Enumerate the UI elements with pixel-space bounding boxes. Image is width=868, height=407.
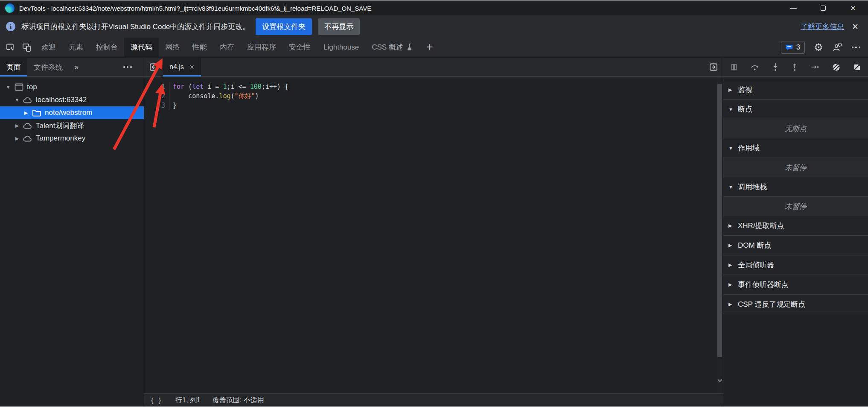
tab-memory[interactable]: 内存 bbox=[213, 38, 241, 57]
hide-navigator-icon[interactable] bbox=[144, 58, 163, 76]
scrollbar-thumb[interactable] bbox=[717, 84, 722, 357]
tab-elements[interactable]: 元素 bbox=[62, 38, 90, 57]
sidebar-tab-bar: 页面 文件系统 » bbox=[0, 58, 144, 77]
line-number: 1 bbox=[144, 82, 169, 91]
pause-on-exceptions-icon[interactable] bbox=[853, 63, 861, 71]
minimize-button[interactable]: — bbox=[778, 1, 808, 15]
chevron-expanded-icon: ▼ bbox=[728, 107, 738, 112]
sidebar-tab-overflow-icon[interactable]: » bbox=[69, 63, 84, 72]
tree-item-talent[interactable]: ▶ Talent划词翻译 bbox=[0, 119, 144, 132]
step-over-icon[interactable] bbox=[751, 63, 759, 71]
section-label: 全局侦听器 bbox=[738, 260, 774, 270]
tab-application[interactable]: 应用程序 bbox=[241, 38, 283, 57]
info-icon: i bbox=[6, 22, 15, 31]
chevron-expanded-icon: ▼ bbox=[728, 146, 738, 151]
chevron-collapsed-icon[interactable]: ▶ bbox=[12, 123, 22, 129]
chevron-collapsed-icon[interactable]: ▶ bbox=[21, 110, 31, 116]
tree-item-localhost[interactable]: ▼ localhost:63342 bbox=[0, 94, 144, 106]
maximize-button[interactable] bbox=[808, 1, 838, 15]
chevron-expanded-icon: ▼ bbox=[728, 184, 738, 190]
experiment-flask-icon bbox=[407, 44, 413, 51]
scroll-down-icon[interactable] bbox=[717, 379, 723, 382]
tab-security[interactable]: 安全性 bbox=[283, 38, 317, 57]
chevron-collapsed-icon: ▶ bbox=[728, 223, 738, 228]
line-number: 3 bbox=[144, 101, 169, 110]
source-code[interactable]: 1for (let i = 1;i <= 100;i++) { 2 consol… bbox=[144, 77, 717, 393]
inspect-element-icon[interactable] bbox=[3, 38, 19, 57]
sidebar-more-options-icon[interactable] bbox=[118, 66, 137, 68]
chevron-collapsed-icon[interactable]: ▶ bbox=[12, 136, 22, 141]
toggle-debugger-sidebar-icon[interactable] bbox=[704, 58, 723, 76]
window-title: DevTools - localhost:63342/note/webstrom… bbox=[19, 5, 778, 12]
tree-item-label: Talent划词翻译 bbox=[36, 121, 84, 131]
feedback-icon[interactable] bbox=[828, 38, 847, 57]
section-csp-violation-breakpoints[interactable]: ▶ CSP 违反了规定断点 bbox=[723, 295, 868, 314]
breakpoints-empty-text: 无断点 bbox=[723, 119, 868, 138]
tab-network[interactable]: 网络 bbox=[159, 38, 186, 57]
device-toolbar-icon[interactable] bbox=[19, 38, 35, 57]
pause-script-icon[interactable] bbox=[730, 63, 738, 71]
code-area[interactable]: 1for (let i = 1;i <= 100;i++) { 2 consol… bbox=[144, 77, 723, 393]
code-line-2: 2 console.log("你好") bbox=[144, 91, 717, 101]
section-event-listener-breakpoints[interactable]: ▶ 事件侦听器断点 bbox=[723, 275, 868, 295]
section-watch[interactable]: ▶ 监视 bbox=[723, 80, 868, 100]
tab-css-overview[interactable]: CSS 概述 bbox=[365, 38, 419, 57]
edge-logo-icon bbox=[5, 3, 15, 13]
tab-welcome[interactable]: 欢迎 bbox=[35, 38, 62, 57]
section-breakpoints[interactable]: ▼ 断点 bbox=[723, 100, 868, 119]
close-tab-icon[interactable]: ✕ bbox=[189, 64, 195, 70]
editor-scrollbar[interactable] bbox=[717, 77, 723, 393]
tab-lighthouse[interactable]: Lighthouse bbox=[317, 38, 365, 57]
editor-tab-n4js[interactable]: n4.js ✕ bbox=[163, 58, 201, 76]
step-icon[interactable] bbox=[811, 64, 819, 70]
step-out-icon[interactable] bbox=[791, 63, 798, 71]
section-scope[interactable]: ▼ 作用域 bbox=[723, 138, 868, 158]
section-xhr-breakpoints[interactable]: ▶ XHR/提取断点 bbox=[723, 216, 868, 236]
more-tabs-button[interactable]: + bbox=[419, 38, 440, 57]
tree-item-label: top bbox=[27, 83, 37, 91]
tree-item-note-webstrom[interactable]: ▶ note/webstrom bbox=[0, 106, 144, 119]
step-into-icon[interactable] bbox=[772, 63, 779, 71]
section-global-listeners[interactable]: ▶ 全局侦听器 bbox=[723, 255, 868, 275]
cloud-icon bbox=[23, 122, 33, 129]
settings-gear-icon[interactable]: ⚙ bbox=[809, 38, 828, 57]
tab-performance[interactable]: 性能 bbox=[186, 38, 213, 57]
chevron-expanded-icon[interactable]: ▼ bbox=[12, 97, 22, 102]
main-area: 页面 文件系统 » ▼ top ▼ localh bbox=[0, 58, 868, 407]
issues-badge[interactable]: 3 bbox=[781, 41, 805, 54]
title-bar: DevTools - localhost:63342/note/webstrom… bbox=[0, 1, 868, 15]
debugger-toolbar bbox=[723, 58, 868, 77]
close-window-button[interactable]: ✕ bbox=[838, 1, 868, 15]
dont-show-again-button[interactable]: 不再显示 bbox=[318, 18, 360, 35]
tree-item-label: note/webstrom bbox=[45, 108, 93, 117]
scope-empty-text: 未暂停 bbox=[723, 158, 868, 177]
chevron-expanded-icon[interactable]: ▼ bbox=[3, 85, 13, 90]
learn-more-link[interactable]: 了解更多信息 bbox=[801, 22, 844, 32]
tab-console[interactable]: 控制台 bbox=[90, 38, 124, 57]
section-label: XHR/提取断点 bbox=[738, 221, 784, 231]
chevron-collapsed-icon: ▶ bbox=[728, 302, 738, 307]
infobar-close-icon[interactable]: ✕ bbox=[850, 22, 860, 32]
window-controls: — ✕ bbox=[778, 1, 868, 15]
call-stack-empty-text: 未暂停 bbox=[723, 197, 868, 216]
cursor-position: 行1, 列1 bbox=[175, 396, 201, 405]
pretty-print-icon[interactable]: { } bbox=[149, 397, 163, 404]
editor-tab-bar: n4.js ✕ bbox=[144, 58, 723, 77]
section-label: 调用堆栈 bbox=[738, 182, 767, 192]
tree-item-tampermonkey[interactable]: ▶ Tampermonkey bbox=[0, 132, 144, 145]
debugger-panel: ▶ 监视 ▼ 断点 无断点 ▼ 作用域 未暂停 ▼ 调用堆栈 未暂停 bbox=[723, 58, 868, 407]
section-call-stack[interactable]: ▼ 调用堆栈 bbox=[723, 177, 868, 197]
sidebar-tab-filesystem[interactable]: 文件系统 bbox=[27, 58, 69, 76]
sidebar-tab-page[interactable]: 页面 bbox=[0, 58, 27, 76]
deactivate-breakpoints-icon[interactable] bbox=[832, 63, 840, 71]
maximize-icon bbox=[821, 6, 826, 11]
section-label: 监视 bbox=[738, 85, 752, 95]
issues-count: 3 bbox=[796, 44, 800, 51]
tree-item-top[interactable]: ▼ top bbox=[0, 81, 144, 94]
tabbar-spacer bbox=[440, 38, 781, 57]
set-root-folder-button[interactable]: 设置根文件夹 bbox=[256, 18, 312, 35]
more-options-icon[interactable] bbox=[847, 38, 865, 57]
section-dom-breakpoints[interactable]: ▶ DOM 断点 bbox=[723, 236, 868, 255]
tab-sources[interactable]: 源代码 bbox=[124, 38, 159, 57]
editor-tabbar-spacer bbox=[201, 58, 704, 76]
